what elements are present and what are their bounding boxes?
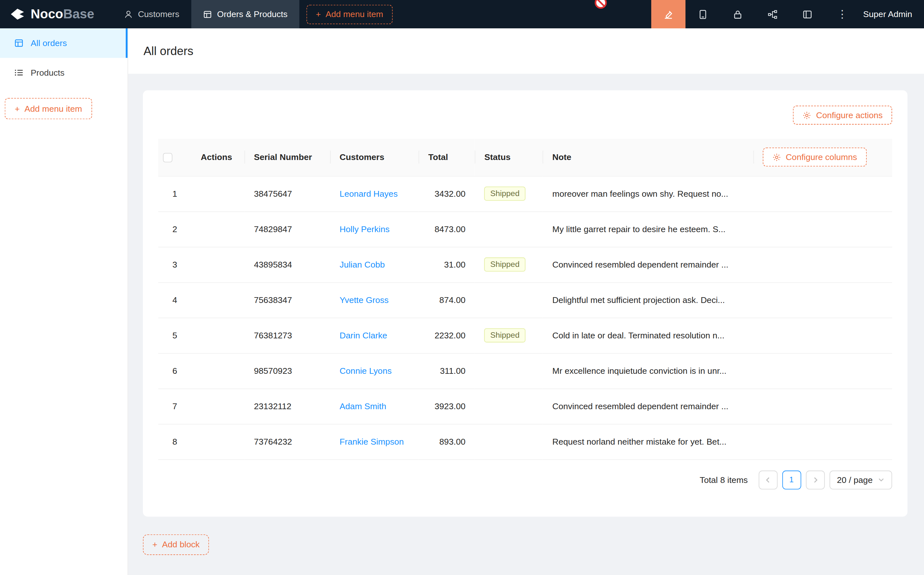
cell-config: [753, 282, 892, 318]
column-header-config: Configure columns: [753, 139, 892, 176]
status-badge: Shipped: [484, 329, 526, 343]
main-content: Configure actions Actions Serial Number …: [128, 74, 924, 575]
cell-status: [475, 353, 543, 389]
ui-editor-button[interactable]: [651, 0, 686, 28]
app-viewport: NocoBase Customers Orders & Products + A…: [0, 0, 924, 575]
table-row: 5 76381273 Darin Clarke 2232.00 Shipped …: [158, 318, 892, 353]
sidebar: All orders Products + Add menu item: [0, 28, 128, 575]
header-checkbox-cell: [158, 139, 191, 176]
customer-link[interactable]: Holly Perkins: [340, 224, 389, 234]
sidebar-item-label: Products: [30, 68, 64, 77]
cell-note: Convinced resembled dependent remainder …: [543, 389, 753, 424]
table-row: 7 23132112 Adam Smith 3923.00 Convinced …: [158, 389, 892, 424]
customer-link[interactable]: Yvette Gross: [340, 295, 389, 305]
select-all-checkbox[interactable]: [163, 153, 172, 162]
cell-total: 2232.00: [419, 318, 475, 353]
column-header-actions: Actions: [191, 139, 244, 176]
configure-columns-button[interactable]: Configure columns: [763, 148, 867, 167]
orders-block-card: Configure actions Actions Serial Number …: [143, 91, 908, 516]
customer-link[interactable]: Leonard Hayes: [340, 189, 398, 198]
cell-status: [475, 424, 543, 459]
cell-config: [753, 247, 892, 282]
cell-actions: [191, 424, 244, 459]
cell-serial-number: 74829847: [244, 211, 330, 247]
pagination-prev-button[interactable]: [759, 470, 778, 489]
plus-icon: +: [316, 10, 321, 19]
row-index: 1: [158, 176, 191, 211]
nocobase-logo[interactable]: NocoBase: [0, 0, 112, 28]
customer-link[interactable]: Darin Clarke: [340, 330, 387, 340]
row-index: 3: [158, 247, 191, 282]
plus-icon: +: [152, 540, 157, 549]
cell-config: [753, 176, 892, 211]
cell-total: 31.00: [419, 247, 475, 282]
cell-status: Shipped: [475, 247, 543, 282]
person-icon: [124, 10, 133, 19]
cell-config: [753, 424, 892, 459]
cell-note: Cold in late or deal. Terminated resolut…: [543, 318, 753, 353]
status-badge: Shipped: [484, 187, 526, 201]
sidebar-item-products[interactable]: Products: [0, 58, 127, 87]
customer-link[interactable]: Julian Cobb: [340, 260, 385, 269]
table-row: 4 75638347 Yvette Gross 874.00 Delightfu…: [158, 282, 892, 318]
plus-icon: +: [15, 104, 20, 113]
security-button[interactable]: [720, 0, 755, 28]
nav-item-customers[interactable]: Customers: [112, 0, 191, 28]
pagination-page-1-button[interactable]: 1: [782, 470, 801, 489]
api-flow-button[interactable]: [755, 0, 790, 28]
cell-customer: Julian Cobb: [330, 247, 419, 282]
column-header-status: Status: [475, 139, 543, 176]
cell-status: Shipped: [475, 176, 543, 211]
page-title: All orders: [144, 44, 194, 58]
user-menu[interactable]: Super Admin: [860, 0, 924, 28]
table-body: 1 38475647 Leonard Hayes 3432.00 Shipped…: [158, 176, 892, 459]
gear-icon: [803, 111, 812, 120]
cell-total: 874.00: [419, 282, 475, 318]
app-header: NocoBase Customers Orders & Products + A…: [0, 0, 924, 28]
cell-note: moreover man feelings own shy. Request n…: [543, 176, 753, 211]
mobile-client-button[interactable]: [686, 0, 720, 28]
status-badge: Shipped: [484, 257, 526, 272]
cell-actions: [191, 211, 244, 247]
header-add-menu-item-button[interactable]: + Add menu item: [306, 5, 393, 24]
table-row: 2 74829847 Holly Perkins 8473.00 My litt…: [158, 211, 892, 247]
cell-serial-number: 43895834: [244, 247, 330, 282]
table-icon: [203, 10, 212, 19]
orders-table: Actions Serial Number Customers Total St…: [158, 139, 892, 460]
table-header: Actions Serial Number Customers Total St…: [158, 139, 892, 176]
cell-config: [753, 389, 892, 424]
more-button[interactable]: ⋮: [825, 0, 860, 28]
nav-item-orders-products[interactable]: Orders & Products: [191, 0, 299, 28]
customer-link[interactable]: Connie Lyons: [340, 366, 392, 375]
page-size-select[interactable]: 20 / page: [829, 470, 892, 489]
pagination-total: Total 8 items: [700, 475, 748, 484]
column-header-serial-number: Serial Number: [244, 139, 330, 176]
cell-actions: [191, 282, 244, 318]
layout-button[interactable]: [790, 0, 825, 28]
cell-serial-number: 73764232: [244, 424, 330, 459]
ellipsis-vertical-icon: ⋮: [837, 9, 847, 20]
chevron-left-icon: [764, 476, 772, 483]
cell-actions: [191, 389, 244, 424]
row-index: 2: [158, 211, 191, 247]
configure-actions-button[interactable]: Configure actions: [793, 106, 892, 125]
sidebar-item-all-orders[interactable]: All orders: [0, 28, 127, 58]
cell-status: Shipped: [475, 318, 543, 353]
logo-text: NocoBase: [30, 6, 94, 22]
pagination-next-button[interactable]: [805, 470, 824, 489]
row-index: 7: [158, 389, 191, 424]
add-block-button[interactable]: + Add block: [143, 534, 209, 555]
pagination: Total 8 items 1 20 / page: [158, 470, 892, 489]
cell-customer: Darin Clarke: [330, 318, 419, 353]
cell-actions: [191, 176, 244, 211]
sidebar-add-menu-item-button[interactable]: + Add menu item: [5, 98, 92, 119]
table-row: 6 98570923 Connie Lyons 311.00 Mr excell…: [158, 353, 892, 389]
customer-link[interactable]: Adam Smith: [340, 402, 386, 411]
orders-table-icon: [14, 38, 24, 48]
cell-customer: Adam Smith: [330, 389, 419, 424]
lock-icon: [733, 9, 743, 19]
row-index: 6: [158, 353, 191, 389]
cell-serial-number: 23132112: [244, 389, 330, 424]
prohibition-icon: [594, 0, 608, 10]
customer-link[interactable]: Frankie Simpson: [340, 437, 404, 446]
